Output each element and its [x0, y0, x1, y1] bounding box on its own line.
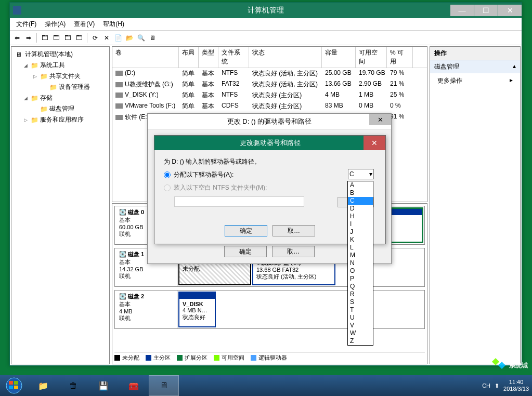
watermark: 系统城: [491, 358, 528, 373]
navigation-tree[interactable]: 🖥 计算机管理(本地) ◢📁系统工具▷📁共享文件夹 📁设备管理器◢📁存储 📁磁盘…: [11, 46, 110, 364]
menubar: 文件(F) 操作(A) 查看(V) 帮助(H): [10, 18, 522, 31]
cancel-button[interactable]: 取…: [273, 225, 315, 236]
start-button[interactable]: [0, 375, 28, 396]
windows-icon: [6, 377, 22, 394]
tray-icon[interactable]: ⬆: [495, 382, 499, 389]
dropdown-option[interactable]: I: [348, 220, 373, 228]
dropdown-option[interactable]: T: [348, 306, 373, 314]
dropdown-option[interactable]: Q: [348, 283, 373, 291]
logo-icon: [491, 358, 507, 373]
tree-item[interactable]: ▷📁服务和应用程序: [14, 114, 107, 125]
dialog-title[interactable]: 更改 D: () 的驱动器号和路径 ✕: [148, 114, 391, 129]
partition[interactable]: V_DISK4 MB N…状态良好: [178, 292, 216, 327]
refresh-button[interactable]: ⟳: [90, 33, 100, 43]
tree-toggle-icon[interactable]: ▷: [33, 74, 38, 79]
toolbar-icon[interactable]: 🗔: [74, 33, 84, 43]
dropdown-option[interactable]: W: [348, 329, 373, 337]
more-actions[interactable]: 更多操作 ▸: [430, 73, 520, 88]
dropdown-option[interactable]: M: [348, 252, 373, 259]
tree-root[interactable]: 🖥 计算机管理(本地): [14, 49, 107, 60]
close-button[interactable]: ✕: [364, 136, 385, 150]
app-icon: [13, 6, 21, 15]
actions-panel: 操作 磁盘管理 ▴ 更多操作 ▸: [430, 46, 521, 364]
tree-toggle-icon[interactable]: [33, 107, 38, 112]
taskbar-app-active[interactable]: 🖥: [149, 375, 179, 396]
drive-letter-select[interactable]: C ▾: [348, 169, 374, 179]
toolbar-icon[interactable]: 📂: [124, 33, 135, 43]
tree-item[interactable]: 📁磁盘管理: [14, 103, 107, 114]
close-button[interactable]: ✕: [369, 114, 391, 125]
toolbar-icon[interactable]: 🗔: [40, 33, 50, 43]
table-row[interactable]: V_DISK (Y:) 简单 基本 NTFS 状态良好 (主分区) 4 MB 1…: [112, 90, 427, 101]
actions-section[interactable]: 磁盘管理 ▴: [430, 60, 520, 73]
dropdown-option[interactable]: S: [348, 298, 373, 306]
menu-help[interactable]: 帮助(H): [99, 19, 128, 30]
dropdown-option[interactable]: A: [348, 181, 373, 189]
tree-item[interactable]: ◢📁存储: [14, 93, 107, 103]
toolbar-icon[interactable]: 🗔: [62, 33, 73, 43]
table-row[interactable]: U教授维护盘 (G:) 简单 基本 FAT32 状态良好 (活动, 主分区) 1…: [112, 79, 427, 90]
toolbar-icon[interactable]: 📄: [113, 33, 123, 43]
assign-letter-radio[interactable]: 分配以下驱动器号(A):: [164, 170, 376, 179]
toolbar-icon[interactable]: ✕: [101, 33, 112, 43]
legend-item: 扩展分区: [177, 354, 207, 362]
dropdown-option[interactable]: D: [348, 205, 373, 213]
table-row[interactable]: (D:) 简单 基本 NTFS 状态良好 (活动, 主分区) 25.00 GB …: [112, 68, 427, 79]
tree-toggle-icon[interactable]: ◢: [24, 63, 29, 68]
menu-file[interactable]: 文件(F): [12, 19, 41, 30]
svg-rect-6: [14, 386, 18, 389]
toolbar-icon[interactable]: 🔍: [136, 33, 146, 43]
dropdown-option[interactable]: R: [348, 291, 373, 298]
tree-item[interactable]: ◢📁系统工具: [14, 60, 107, 71]
folder-icon: 📁: [40, 105, 47, 113]
menu-action[interactable]: 操作(A): [41, 19, 70, 30]
toolbar-icon[interactable]: 🖥: [147, 33, 158, 43]
dialog-title[interactable]: 更改驱动器号和路径 ✕: [154, 136, 385, 150]
taskbar[interactable]: 📁 🗑 💾 🧰 🖥 CH ⬆ 11:40 2018/3/13: [0, 375, 532, 396]
clock-time[interactable]: 11:40: [503, 379, 529, 386]
dropdown-option[interactable]: V: [348, 322, 373, 329]
dropdown-option[interactable]: L: [348, 244, 373, 252]
tree-toggle-icon[interactable]: [43, 85, 47, 90]
titlebar[interactable]: 计算机管理 — ☐ ✕: [10, 3, 522, 18]
drive-letter-dropdown[interactable]: ABCDHIJKLMNOPQRSTUVWZ: [347, 181, 373, 346]
clock-date[interactable]: 2018/3/13: [503, 386, 529, 392]
taskbar-app[interactable]: 🧰: [119, 375, 149, 396]
dropdown-option[interactable]: K: [348, 236, 373, 244]
tree-toggle-icon[interactable]: ▷: [24, 117, 29, 123]
folder-icon: 📁: [40, 73, 47, 80]
toolbar-icon[interactable]: 🗔: [51, 33, 61, 43]
taskbar-app[interactable]: 🗑: [58, 375, 88, 396]
svg-rect-0: [492, 358, 499, 365]
tree-item[interactable]: ▷📁共享文件夹: [14, 71, 107, 82]
mount-folder-radio[interactable]: 装入以下空白 NTFS 文件夹中(M):: [164, 183, 376, 192]
forward-button[interactable]: ➡: [23, 33, 34, 43]
maximize-button[interactable]: ☐: [474, 5, 498, 16]
tree-toggle-icon[interactable]: ◢: [24, 96, 29, 101]
dropdown-option[interactable]: U: [348, 314, 373, 322]
dropdown-option[interactable]: N: [348, 259, 373, 267]
ok-button[interactable]: 确定: [224, 246, 267, 257]
tree-item[interactable]: 📁设备管理器: [14, 82, 107, 93]
menu-view[interactable]: 查看(V): [70, 19, 99, 30]
close-button[interactable]: ✕: [498, 5, 522, 16]
taskbar-app[interactable]: 💾: [88, 375, 119, 396]
system-tray[interactable]: CH ⬆ 11:40 2018/3/13: [482, 379, 529, 392]
dropdown-option[interactable]: P: [348, 275, 373, 283]
cancel-button[interactable]: 取…: [272, 246, 315, 257]
dropdown-option[interactable]: B: [348, 189, 373, 197]
language-indicator[interactable]: CH: [482, 382, 490, 389]
dropdown-option[interactable]: Z: [348, 337, 373, 345]
dropdown-option[interactable]: H: [348, 213, 373, 220]
dropdown-option[interactable]: O: [348, 267, 373, 275]
dropdown-option[interactable]: J: [348, 228, 373, 236]
taskbar-app[interactable]: 📁: [28, 375, 58, 396]
minimize-button[interactable]: —: [450, 5, 474, 16]
table-row[interactable]: VMware Tools (F:) 简单 基本 CDFS 状态良好 (主分区) …: [112, 101, 427, 112]
ok-button[interactable]: 确定: [225, 225, 267, 236]
chevron-right-icon: ▸: [510, 76, 513, 85]
back-button[interactable]: ⬅: [12, 33, 22, 43]
dropdown-option[interactable]: C: [348, 197, 373, 205]
drive-icon: [115, 71, 123, 76]
disk-row[interactable]: 💽 磁盘 2基本4 MB联机 V_DISK4 MB N…状态良好: [114, 290, 425, 329]
